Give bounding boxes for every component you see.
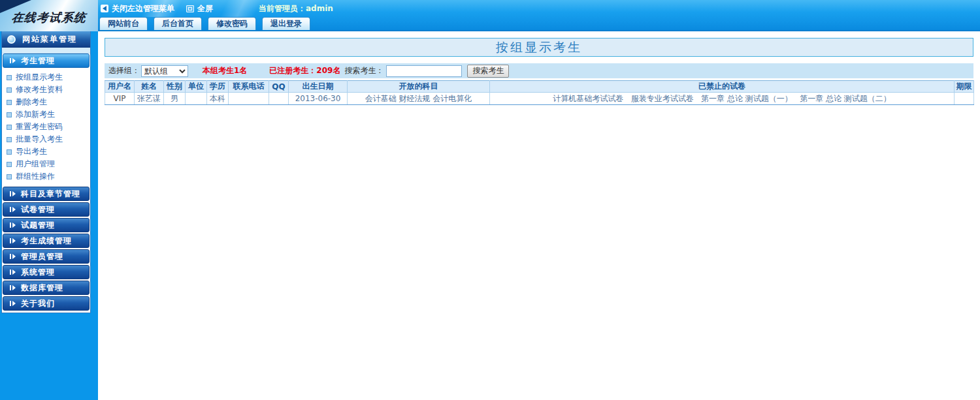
play-bar-icon [10,301,16,306]
tab-logout[interactable]: 退出登录 [262,17,310,30]
page-title-bar: 按组显示考生 [105,38,973,57]
sidebar-item-label: 批量导入考生 [16,134,63,145]
sidebar-gap [2,48,90,54]
cell-deadline [955,93,974,105]
close-left-menu-button[interactable]: 关闭左边管理菜单 [101,3,174,14]
sidebar-section-scores[interactable]: 考生成绩管理 [3,234,90,248]
filter-bar: 选择组： 默认组 本组考生1名 已注册考生：209名 搜索考生： 搜索考生 [105,63,973,78]
play-bar-icon [10,207,16,212]
square-bullet-icon [7,75,12,80]
sidebar-section-database[interactable]: 数据库管理 [3,281,90,295]
cell-phone [229,93,269,105]
sidebar-item-label: 群组性操作 [16,171,55,182]
sidebar-item-batch-import[interactable]: 批量导入考生 [2,133,90,146]
sidebar-item-label: 删除考生 [16,97,47,108]
sidebar-item-reset-password[interactable]: 重置考生密码 [2,121,90,133]
sidebar-menu: 网站菜单管理 考生管理 按组显示考生 修改考生资料 删除考生 添加新考生 [1,31,91,313]
close-menu-label: 关闭左边管理菜单 [112,3,174,14]
square-bullet-icon [7,100,12,105]
section-label: 试卷管理 [21,204,55,215]
square-bullet-icon [7,149,12,155]
sidebar-section-about[interactable]: 关于我们 [3,296,90,311]
fullscreen-button[interactable]: 全屏 [186,3,213,14]
col-open-subjects: 开放的科目 [348,81,490,93]
sidebar-item-label: 添加新考生 [16,109,55,120]
square-bullet-icon [7,87,12,93]
square-bullet-icon [7,125,12,130]
examinee-table: 用户名 姓名 性别 单位 学历 联系电话 QQ 出生日期 开放的科目 已禁止的试… [105,80,974,105]
sidebar-item-user-group[interactable]: 用户组管理 [2,158,90,170]
sidebar-section-examinee-management[interactable]: 考生管理 [3,54,90,68]
play-bar-icon [10,191,16,196]
logo: 在线考试系统 [0,0,98,31]
sidebar-item-edit-examinee[interactable]: 修改考生资料 [2,84,90,96]
square-bullet-icon [7,137,12,142]
section-label: 考生成绩管理 [21,236,72,247]
col-phone: 联系电话 [229,81,269,93]
sidebar-item-show-by-group[interactable]: 按组显示考生 [2,71,90,84]
section-label: 考生管理 [21,55,55,67]
col-deadline: 期限 [955,81,974,93]
section-label: 数据库管理 [21,283,63,294]
sidebar-item-label: 修改考生资料 [16,84,63,95]
group-count-text: 本组考生1名 [203,65,247,76]
top-tabs: 网站前台 后台首页 修改密码 退出登录 [99,17,310,30]
registered-count-text: 已注册考生：209名 [269,65,340,76]
sidebar-item-label: 导出考生 [16,146,47,157]
cell-name: 张艺谋 [135,93,164,105]
sidebar-section-admins[interactable]: 管理员管理 [3,249,90,264]
search-input[interactable] [386,65,462,77]
cell-open-subjects: 会计基础 财经法规 会计电算化 [348,93,490,105]
col-unit: 单位 [186,81,207,93]
sidebar-header: 网站菜单管理 [2,31,90,48]
tab-change-password[interactable]: 修改密码 [208,17,256,30]
section-label: 管理员管理 [21,251,63,262]
group-select-label: 选择组： [108,65,140,76]
col-username: 用户名 [105,81,135,93]
sidebar-item-label: 按组显示考生 [16,72,63,83]
sidebar-item-group-operation[interactable]: 群组性操作 [2,170,90,183]
group-select[interactable]: 默认组 [141,65,188,77]
play-bar-icon [10,238,16,243]
cell-education: 本科 [207,93,229,105]
sidebar-section-subjects[interactable]: 科目及章节管理 [3,187,90,201]
section-label: 试题管理 [21,220,55,231]
cell-birthdate: 2013-06-30 [289,93,348,105]
play-bar-icon [10,254,16,259]
topbar: 关闭左边管理菜单 全屏 当前管理员：admin [98,0,333,17]
square-bullet-icon [7,112,12,117]
page-title: 按组显示考生 [496,39,582,56]
section-label: 系统管理 [21,267,55,278]
sidebar-item-label: 重置考生密码 [16,121,63,132]
sidebar-item-delete-examinee[interactable]: 删除考生 [2,96,90,108]
sidebar-item-list: 按组显示考生 修改考生资料 删除考生 添加新考生 重置考生密码 批量导入考生 [2,68,90,185]
col-birthdate: 出生日期 [289,81,348,93]
table-row: VIP 张艺谋 男 本科 2013-06-30 会计基础 财经法规 会计电算化 … [105,93,974,105]
sidebar-item-add-examinee[interactable]: 添加新考生 [2,108,90,121]
play-bar-icon [10,285,16,290]
play-bar-icon [10,223,16,228]
left-column: 在线考试系统 网站菜单管理 考生管理 按组显示考生 修改考生资料 删除考生 [0,0,98,400]
square-bullet-icon [7,162,12,167]
sidebar-item-export-examinee[interactable]: 导出考生 [2,146,90,158]
sidebar-item-label: 用户组管理 [16,159,55,170]
section-label: 关于我们 [21,298,55,309]
cell-qq [269,93,289,105]
logo-title: 在线考试系统 [0,10,98,25]
col-qq: QQ [269,81,289,93]
sidebar-header-label: 网站菜单管理 [22,34,77,45]
play-bar-icon [10,58,16,63]
tab-site-front[interactable]: 网站前台 [99,17,148,30]
search-button[interactable]: 搜索考生 [467,65,509,78]
cell-unit [186,93,207,105]
cell-gender: 男 [164,93,186,105]
play-bar-icon [10,269,16,275]
section-label: 科目及章节管理 [21,189,80,200]
sidebar-section-system[interactable]: 系统管理 [3,265,90,279]
sidebar-section-papers[interactable]: 试卷管理 [3,202,90,217]
fullscreen-icon [186,5,194,12]
tab-backend-home[interactable]: 后台首页 [154,17,202,30]
cell-banned-papers: 计算机基础考试试卷 服装专业考试试卷 第一章 总论 测试题（一） 第一章 总论 … [490,93,955,105]
sidebar-section-questions[interactable]: 试题管理 [3,218,90,232]
cell-username: VIP [105,93,135,105]
